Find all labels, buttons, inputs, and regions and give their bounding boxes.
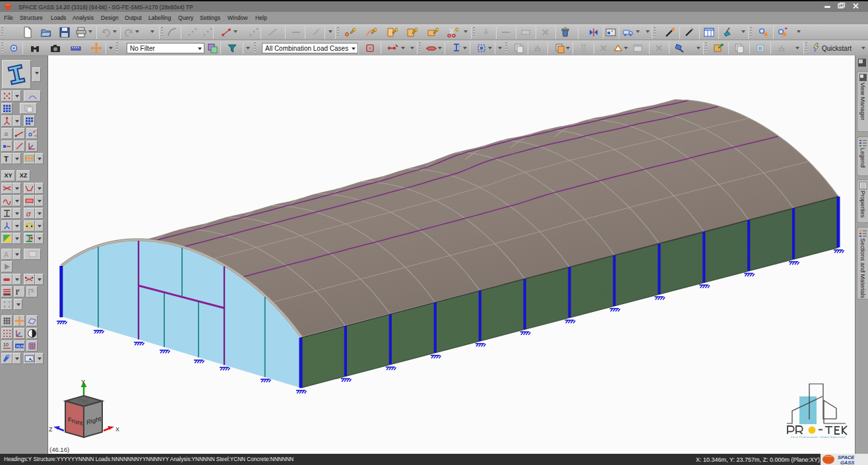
svg-text:A: A — [4, 251, 9, 259]
svg-text:σ: σ — [26, 210, 31, 218]
svg-text:X: X — [115, 426, 119, 433]
svg-text:Z: Z — [49, 426, 53, 433]
svg-text:GASS: GASS — [840, 460, 854, 465]
svg-text:NUM: NUM — [16, 344, 25, 348]
svg-text:T: T — [4, 155, 9, 163]
svg-text:B: B — [759, 46, 762, 51]
svg-text:Local Professionals. Global: Local Professionals. Global Experience — [791, 436, 846, 439]
svg-text:10: 10 — [3, 342, 9, 347]
svg-text:I′: I′ — [16, 288, 20, 296]
svg-text:.0: .0 — [3, 131, 8, 137]
svg-text:Y: Y — [81, 379, 85, 385]
